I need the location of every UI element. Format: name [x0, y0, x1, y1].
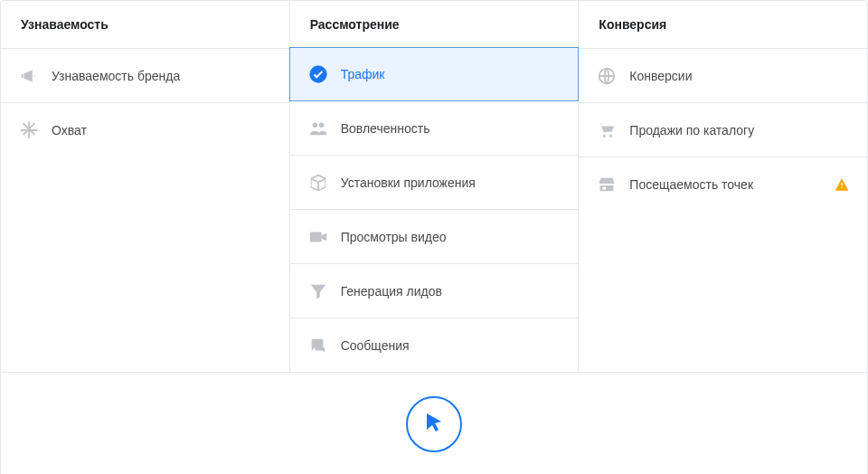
objective-brand-awareness[interactable]: Узнаваемость бренда — [1, 48, 289, 102]
svg-point-5 — [603, 134, 606, 137]
objective-panel: Узнаваемость Узнаваемость бренда Охват Р… — [0, 0, 868, 474]
objective-label: Конверсии — [629, 69, 849, 83]
cursor-indicator — [406, 396, 462, 452]
svg-point-6 — [609, 134, 612, 137]
objective-columns: Узнаваемость Узнаваемость бренда Охват Р… — [1, 1, 867, 372]
svg-point-1 — [312, 122, 317, 128]
check-circle-icon — [308, 64, 328, 84]
funnel-icon — [308, 281, 328, 301]
column-awareness: Узнаваемость Узнаваемость бренда Охват — [1, 1, 290, 372]
svg-rect-3 — [310, 232, 322, 242]
objective-label: Посещаемость точек — [629, 177, 816, 192]
megaphone-icon — [19, 66, 39, 86]
globe-icon — [597, 66, 617, 86]
objective-catalog-sales[interactable]: Продажи по каталогу — [579, 102, 867, 156]
cart-icon — [597, 120, 617, 140]
cursor-icon — [423, 412, 445, 437]
column-header-awareness: Узнаваемость — [1, 1, 289, 48]
snowflake-icon — [19, 120, 39, 140]
cursor-indicator-area — [1, 372, 867, 474]
objective-label: Просмотры видео — [341, 230, 561, 244]
column-header-consideration: Рассмотрение — [290, 1, 579, 48]
objective-lead-gen[interactable]: Генерация лидов — [290, 263, 579, 318]
objective-conversions[interactable]: Конверсии — [579, 48, 867, 102]
box-icon — [308, 173, 328, 193]
objective-messages[interactable]: Сообщения — [290, 318, 579, 372]
column-consideration: Рассмотрение Трафик Вовлеченность Устано… — [290, 1, 580, 372]
objective-label: Сообщения — [341, 338, 561, 353]
svg-point-2 — [319, 122, 325, 128]
objective-label: Установки приложения — [341, 175, 561, 190]
objective-video-views[interactable]: Просмотры видео — [290, 209, 579, 263]
objective-label: Вовлеченность — [341, 121, 561, 136]
store-icon — [597, 175, 617, 194]
objective-label: Охват — [52, 123, 271, 137]
objective-label: Трафик — [341, 67, 561, 81]
objective-label: Узнаваемость бренда — [52, 69, 271, 83]
column-header-conversion: Конверсия — [579, 1, 867, 48]
column-conversion: Конверсия Конверсии Продажи по каталогу … — [579, 1, 867, 372]
people-icon — [308, 118, 328, 138]
objective-reach[interactable]: Охват — [1, 102, 289, 156]
warning-icon — [835, 177, 849, 192]
objective-label: Генерация лидов — [341, 284, 561, 299]
objective-label: Продажи по каталогу — [629, 123, 849, 137]
video-icon — [308, 227, 328, 247]
objective-traffic[interactable]: Трафик — [289, 47, 580, 101]
chat-icon — [308, 336, 328, 356]
objective-engagement[interactable]: Вовлеченность — [290, 100, 579, 155]
objective-store-visits[interactable]: Посещаемость точек — [579, 156, 867, 211]
objective-app-installs[interactable]: Установки приложения — [290, 155, 579, 209]
